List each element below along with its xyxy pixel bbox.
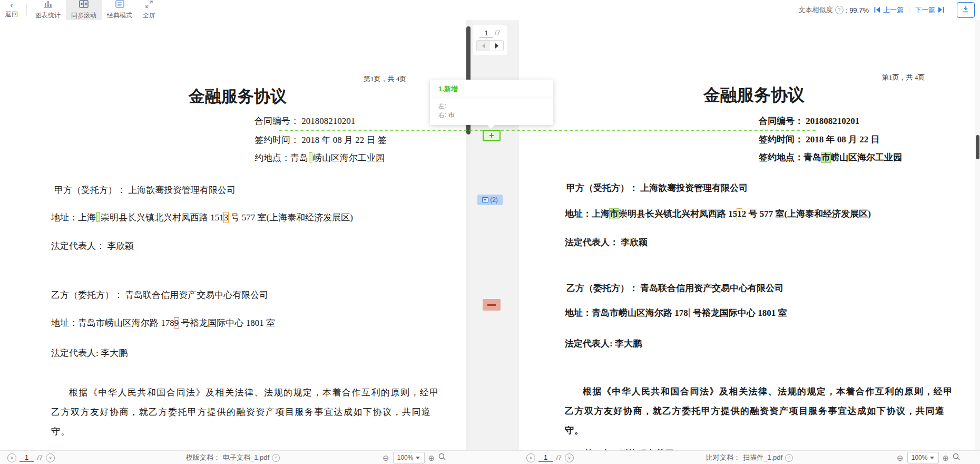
- zoom-in-icon[interactable]: [428, 454, 435, 462]
- popup-left-row: 左:: [438, 102, 545, 111]
- right-doc-name: 扫描件_1.pdf: [743, 453, 782, 462]
- toolbar-item-label: 经典模式: [107, 11, 132, 20]
- similarity-sep: :: [846, 6, 848, 14]
- paragraph-line: 根据《中华人民共和国合同法》及相关法律、法规的规定，本着合作互利的原则，经甲: [51, 383, 427, 402]
- diff-detail-popup: 1.新增 左: 右: 市: [430, 80, 553, 125]
- right-sign-time: 签约时间： 2018 年 08 月 22 日: [759, 133, 880, 146]
- zoom-in-icon[interactable]: [943, 454, 949, 462]
- left-legal-b: 法定代表人: 李大鹏: [51, 347, 128, 359]
- info-icon[interactable]: [272, 454, 280, 462]
- popup-title: 1.新增: [430, 80, 553, 98]
- toolbar-item-fullscreen[interactable]: 全屏: [138, 0, 161, 20]
- gutter-page-navigator: 1 /7: [473, 25, 507, 55]
- triangle-left-icon: [482, 43, 485, 49]
- back-button[interactable]: ‹ 返回: [0, 0, 23, 20]
- toolbar: ‹ 返回 图表统计 同步滚动 经典模式 全屏 文本相似度 : 99.7%: [0, 0, 980, 21]
- paragraph-line: 乙方双方友好协商，就乙方委托甲方提供的融资资产项目服务事宜达成如下协议，共同遵: [565, 401, 943, 421]
- toolbar-item-label: 同步滚动: [71, 11, 96, 20]
- insert-position-marker[interactable]: [96, 212, 100, 222]
- left-zoom-select[interactable]: 100%: [393, 452, 425, 463]
- inserted-char[interactable]: 市: [821, 152, 830, 162]
- prev-label: 上一篇: [883, 5, 904, 15]
- left-paragraph: 根据《中华人民共和国合同法》及相关法律、法规的规定，本着合作互利的原则，经甲 乙…: [51, 383, 427, 441]
- help-question-icon[interactable]: [835, 6, 844, 14]
- download-button[interactable]: [957, 2, 975, 18]
- page-next-button[interactable]: [490, 41, 503, 51]
- left-sign-place: 约地点：青岛崂山区海尔工业园: [254, 152, 385, 164]
- left-page-header: 第1页，共 4页: [364, 74, 406, 84]
- toolbar-item-chart-stats[interactable]: 图表统计: [30, 0, 66, 20]
- right-pane-scrollbar[interactable]: [975, 20, 980, 450]
- toolbar-item-classic-mode[interactable]: 经典模式: [102, 0, 138, 20]
- delete-position-marker[interactable]: [689, 308, 690, 317]
- left-address-a: 地址：上海崇明县长兴镇北兴村凤西路 1513 号 577 室(上海泰和经济发展区…: [51, 211, 353, 224]
- magnifier-icon[interactable]: [953, 453, 960, 462]
- download-icon: [962, 5, 970, 15]
- bottom-status-bar: 1 /7 模版文档： 电子文档_1.pdf 100% 1 /7 比对文档：: [0, 450, 980, 464]
- right-zoom-controls: 100%: [897, 451, 960, 464]
- info-icon[interactable]: [785, 454, 793, 462]
- bar-chart-icon: [43, 0, 53, 10]
- right-address-a: 地址：上海市崇明县长兴镇北兴村凤西路 1512 号 577 室(上海泰和经济发展…: [565, 208, 871, 220]
- insert-position-marker[interactable]: [309, 152, 312, 162]
- gutter-page-current[interactable]: 1: [479, 29, 493, 37]
- toolbar-item-label: 全屏: [143, 11, 155, 20]
- zoom-out-icon[interactable]: [897, 454, 904, 462]
- right-sign-place: 签约地点：青岛市崂山区海尔工业园: [759, 151, 902, 163]
- gutter-page-indicator: 1 /7: [479, 29, 500, 37]
- paragraph-line: 乙方双方友好协商，就乙方委托甲方提供的融资资产项目服务事宜达成如下协议，共同遵: [51, 402, 427, 422]
- left-party-a: 甲方（受托方）： 上海歆骞投资管理有限公司: [54, 184, 236, 196]
- next-label: 下一篇: [915, 5, 935, 15]
- magnifier-icon[interactable]: [438, 453, 446, 462]
- prev-diff-button[interactable]: 上一篇: [874, 5, 904, 15]
- left-party-b: 乙方（委托方）： 青岛联合信用资产交易中心有限公司: [51, 289, 268, 301]
- right-party-a: 甲方（受托方）： 上海歆骞投资管理有限公司: [566, 182, 748, 194]
- modified-char[interactable]: 3: [224, 212, 229, 223]
- right-legal-b: 法定代表人: 李大鹏: [565, 337, 642, 350]
- zoom-out-icon[interactable]: [383, 454, 389, 462]
- chevron-left-icon: ‹: [10, 2, 13, 9]
- right-legal-a: 法定代表人： 李欣颖: [565, 236, 648, 248]
- left-legal-a: 法定代表人： 李欣颖: [51, 240, 134, 252]
- right-contract-no: 合同编号： 201808210201: [759, 115, 859, 127]
- right-page-header: 第1页，共 4页: [882, 73, 925, 82]
- paragraph-line: 根据《中华人民共和国合同法》及相关法律、法规的规定，本着合作互利的原则，经甲: [565, 382, 943, 401]
- popup-right-row: 右: 市: [438, 111, 545, 120]
- back-label: 返回: [5, 10, 18, 19]
- popup-arrow: [487, 125, 495, 129]
- paragraph-line: 守。: [51, 422, 427, 441]
- similarity-readout: 文本相似度 : 99.7%: [799, 5, 869, 15]
- next-diff-button[interactable]: 下一篇: [915, 5, 944, 15]
- right-document-pane: 第1页，共 4页 金融服务协议 合同编号： 201808210201 签约时间：…: [519, 20, 980, 450]
- page-prev-button[interactable]: [477, 41, 490, 51]
- left-document-pane: 第1页，共 4页 金融服务协议 合同编号： 201808210201 签约时间：…: [0, 20, 466, 450]
- collapse-diff-icon: [482, 197, 488, 202]
- toolbar-item-label: 图表统计: [35, 11, 61, 20]
- inserted-char[interactable]: 市: [610, 209, 619, 219]
- nav-separator: [909, 6, 909, 14]
- right-zoom-select[interactable]: 100%: [907, 452, 939, 463]
- modified-char[interactable]: 1: [737, 209, 742, 219]
- left-address-b: 地址：青岛市崂山区海尔路 1789 号裕龙国际中心 1801 室: [51, 317, 275, 329]
- diff-marker-group[interactable]: (2): [477, 195, 503, 205]
- left-doc-name: 电子文档_1.pdf: [223, 453, 269, 462]
- similarity-label: 文本相似度: [799, 5, 833, 15]
- deleted-char[interactable]: 9: [174, 318, 179, 328]
- diff-marker-insert[interactable]: +: [483, 130, 501, 141]
- right-paragraph: 根据《中华人民共和国合同法》及相关法律、法规的规定，本着合作互利的原则，经甲 乙…: [565, 382, 943, 440]
- popup-body: 左: 右: 市: [430, 98, 553, 120]
- diff-connector-line: [279, 130, 816, 131]
- right-doc-type: 比对文档：: [706, 453, 740, 462]
- right-scrollbar-thumb[interactable]: [976, 135, 979, 159]
- right-party-b: 乙方（委托方）： 青岛联合信用资产交易中心有限公司: [566, 282, 783, 294]
- diff-marker-delete[interactable]: [483, 299, 501, 311]
- caret-down-icon: [930, 457, 934, 459]
- caret-down-icon: [416, 457, 420, 459]
- similarity-value: 99.7%: [849, 6, 869, 14]
- left-doc-title: 金融服务协议: [51, 85, 424, 108]
- toolbar-item-sync-scroll[interactable]: 同步滚动: [66, 0, 102, 20]
- skip-next-icon: [937, 6, 944, 14]
- diff-group-count: (2): [490, 196, 498, 204]
- triangle-right-icon: [495, 43, 498, 49]
- gutter-page-buttons: [476, 40, 504, 51]
